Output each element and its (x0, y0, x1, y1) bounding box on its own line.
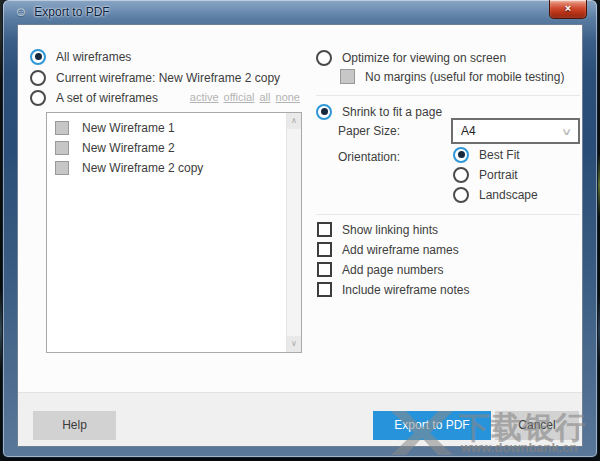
radio-icon (30, 49, 46, 65)
close-icon: × (565, 2, 571, 14)
radio-label: All wireframes (56, 50, 131, 64)
radio-shrink-to-fit[interactable]: Shrink to fit a page (316, 103, 442, 120)
dialog-body: All wireframes Current wireframe: New Wi… (17, 24, 583, 447)
checkbox-label: Include wireframe notes (342, 283, 469, 297)
close-button[interactable]: × (549, 0, 587, 19)
paper-size-label: Paper Size: (338, 124, 400, 138)
radio-icon (453, 187, 469, 203)
checkbox-label: Show linking hints (342, 223, 438, 237)
chevron-down-icon: ∨ (560, 126, 572, 137)
radio-landscape[interactable]: Landscape (453, 186, 538, 203)
checkbox-icon (317, 262, 332, 277)
radio-icon (316, 104, 332, 120)
list-scrollbar[interactable]: ∧ ∨ (286, 113, 301, 352)
radio-icon (30, 70, 46, 86)
checkbox-label: Add page numbers (342, 263, 443, 277)
titlebar: ☺ Export to PDF × (3, 0, 597, 23)
app-icon: ☺ (14, 5, 27, 18)
set-filter-links: active official all none (190, 91, 300, 103)
radio-best-fit[interactable]: Best Fit (453, 146, 520, 163)
help-button[interactable]: Help (33, 411, 116, 440)
checkbox-label: No margins (useful for mobile testing) (365, 70, 564, 84)
link-none[interactable]: none (276, 91, 300, 103)
link-active[interactable]: active (190, 91, 219, 103)
wireframe-name: New Wireframe 2 copy (82, 161, 203, 175)
checkbox-icon (317, 222, 332, 237)
radio-icon (30, 90, 46, 106)
orientation-label: Orientation: (338, 150, 400, 164)
divider (316, 95, 580, 96)
wireframe-checkbox[interactable] (55, 121, 69, 135)
wireframe-checkbox[interactable] (55, 161, 69, 175)
radio-icon (316, 50, 332, 66)
link-official[interactable]: official (224, 91, 255, 103)
radio-label: Current wireframe: New Wireframe 2 copy (56, 71, 280, 85)
checkbox-label: Add wireframe names (342, 243, 459, 257)
export-to-pdf-button[interactable]: Export to PDF (373, 411, 491, 440)
radio-label: Optimize for viewing on screen (342, 51, 506, 65)
radio-label: A set of wireframes (56, 91, 158, 105)
checkbox-show-linking-hints[interactable]: Show linking hints (317, 221, 438, 238)
list-item[interactable]: New Wireframe 2 copy (47, 158, 301, 178)
radio-current-wireframe[interactable]: Current wireframe: New Wireframe 2 copy (30, 69, 280, 86)
checkbox-icon (317, 242, 332, 257)
wireframe-list[interactable]: New Wireframe 1 New Wireframe 2 New Wire… (46, 112, 302, 353)
dialog-footer: Help Export to PDF Cancel (18, 392, 582, 446)
wireframe-checkbox[interactable] (55, 141, 69, 155)
list-item[interactable]: New Wireframe 1 (47, 118, 301, 138)
export-dialog-window: ☺ Export to PDF × All wireframes Current… (3, 0, 597, 457)
paper-size-select[interactable]: A4 ∨ (451, 118, 580, 144)
checkbox-icon (340, 69, 355, 84)
radio-label: Landscape (479, 188, 538, 202)
checkbox-icon (317, 282, 332, 297)
checkbox-add-wireframe-names[interactable]: Add wireframe names (317, 241, 459, 258)
radio-optimize-screen[interactable]: Optimize for viewing on screen (316, 49, 506, 66)
paper-size-value: A4 (461, 124, 476, 138)
radio-icon (453, 167, 469, 183)
radio-label: Shrink to fit a page (342, 105, 442, 119)
list-item[interactable]: New Wireframe 2 (47, 138, 301, 158)
divider (316, 214, 580, 215)
wireframe-name: New Wireframe 1 (82, 121, 175, 135)
link-all[interactable]: all (260, 91, 271, 103)
checkbox-no-margins: No margins (useful for mobile testing) (340, 68, 564, 85)
radio-all-wireframes[interactable]: All wireframes (30, 48, 131, 65)
scroll-up-icon[interactable]: ∧ (287, 113, 301, 129)
window-title: Export to PDF (34, 5, 109, 19)
radio-label: Portrait (479, 168, 518, 182)
radio-icon (453, 147, 469, 163)
checkbox-add-page-numbers[interactable]: Add page numbers (317, 261, 443, 278)
radio-set-of-wireframes[interactable]: A set of wireframes (30, 89, 158, 106)
cancel-button[interactable]: Cancel (495, 411, 579, 440)
scroll-down-icon[interactable]: ∨ (287, 336, 301, 352)
checkbox-include-wireframe-notes[interactable]: Include wireframe notes (317, 281, 469, 298)
dialog-content: All wireframes Current wireframe: New Wi… (18, 25, 582, 392)
radio-portrait[interactable]: Portrait (453, 166, 518, 183)
radio-label: Best Fit (479, 148, 520, 162)
wireframe-name: New Wireframe 2 (82, 141, 175, 155)
